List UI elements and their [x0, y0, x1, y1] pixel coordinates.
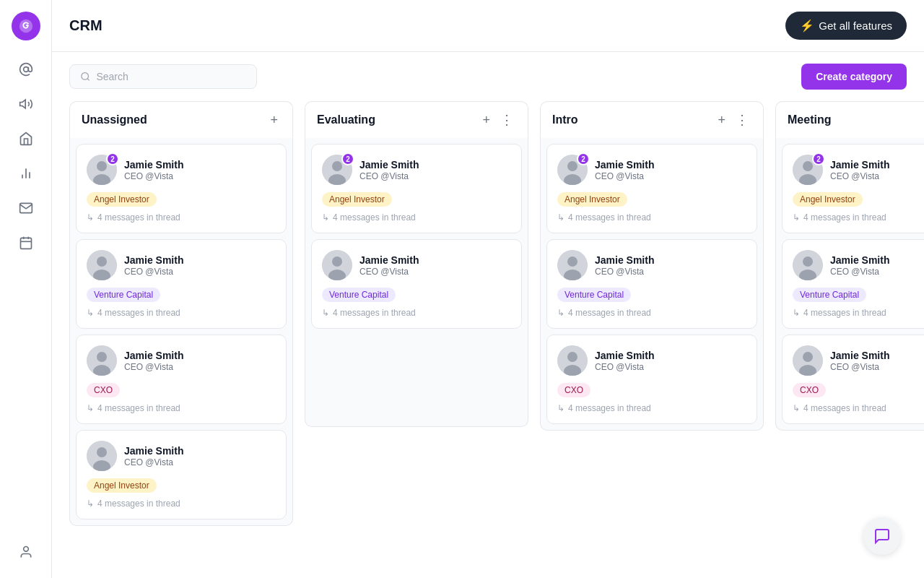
sidebar-item-user[interactable]	[12, 538, 40, 566]
table-row[interactable]: 2 Jamie Smith CEO @Vista Angel Investor …	[311, 144, 522, 233]
get-all-features-button[interactable]: ⚡ Get all features	[785, 12, 907, 40]
card-info: Jamie Smith CEO @Vista	[595, 350, 746, 372]
kanban-board: Unassigned + 2 Jamie Smith CEO @Vista An…	[52, 101, 924, 578]
badge: 2	[812, 152, 825, 165]
contact-name: Jamie Smith	[830, 350, 924, 361]
table-row[interactable]: 2 Jamie Smith CEO @Vista Angel Investor …	[546, 144, 757, 233]
svg-point-23	[97, 447, 107, 457]
table-row[interactable]: Jamie Smith CEO @Vista Venture Capital ↳…	[311, 239, 522, 329]
avatar-wrap	[557, 250, 588, 280]
contact-role: CEO @Vista	[124, 457, 276, 467]
tag-label: Venture Capital	[557, 288, 631, 302]
contact-name: Jamie Smith	[830, 159, 924, 171]
column-header: Unassigned +	[69, 101, 293, 138]
contact-role: CEO @Vista	[595, 267, 746, 277]
sidebar-item-building[interactable]	[12, 124, 40, 153]
contact-name: Jamie Smith	[124, 350, 276, 361]
contact-role: CEO @Vista	[830, 171, 924, 181]
avatar-wrap: 2	[557, 155, 588, 185]
card-info: Jamie Smith CEO @Vista	[124, 159, 276, 181]
contact-name: Jamie Smith	[359, 159, 511, 171]
contact-role: CEO @Vista	[830, 267, 924, 277]
more-options-button[interactable]: ⋮	[497, 112, 516, 128]
avatar-wrap	[87, 345, 117, 376]
search-box[interactable]	[69, 64, 257, 89]
thread-icon: ↳	[793, 212, 800, 223]
contact-role: CEO @Vista	[595, 171, 746, 181]
contact-name: Jamie Smith	[595, 350, 746, 361]
contact-name: Jamie Smith	[595, 254, 746, 266]
thread-count: 4 messages in thread	[568, 308, 651, 318]
table-row[interactable]: Jamie Smith CEO @Vista CXO ↳ 4 messages …	[546, 335, 757, 424]
table-row[interactable]: 2 Jamie Smith CEO @Vista Angel Investor …	[782, 144, 924, 233]
avatar-wrap	[87, 250, 117, 280]
tag-label: Venture Capital	[322, 288, 396, 302]
avatar-wrap	[557, 345, 588, 376]
column-title: Meeting	[788, 113, 831, 126]
column-header: Meeting —	[775, 101, 924, 138]
add-card-button[interactable]: +	[479, 112, 493, 128]
tag-label: Angel Investor	[793, 192, 863, 207]
contact-name: Jamie Smith	[830, 254, 924, 266]
tag-label: CXO	[557, 383, 590, 397]
thread-count: 4 messages in thread	[333, 212, 416, 223]
tag-label: Angel Investor	[87, 478, 157, 493]
kanban-column-meeting: Meeting — 2 Jamie Smith CEO @Vista Angel…	[775, 101, 924, 431]
card-info: Jamie Smith CEO @Vista	[595, 254, 746, 277]
card-info: Jamie Smith CEO @Vista	[830, 254, 924, 277]
sidebar-item-at[interactable]	[12, 55, 40, 84]
svg-point-29	[332, 256, 342, 267]
thread-info: ↳ 4 messages in thread	[793, 308, 924, 318]
sidebar-item-calendar[interactable]	[12, 228, 40, 257]
thread-info: ↳ 4 messages in thread	[87, 308, 276, 318]
thread-info: ↳ 4 messages in thread	[322, 212, 511, 223]
thread-count: 4 messages in thread	[97, 308, 180, 318]
thread-info: ↳ 4 messages in thread	[793, 403, 924, 413]
avatar	[87, 345, 117, 376]
add-card-button[interactable]: +	[715, 112, 728, 128]
sidebar-item-speaker[interactable]	[12, 90, 40, 118]
table-row[interactable]: Jamie Smith CEO @Vista Angel Investor ↳ …	[76, 430, 287, 519]
contact-role: CEO @Vista	[124, 362, 276, 372]
column-title: Unassigned	[82, 113, 147, 126]
table-row[interactable]: Jamie Smith CEO @Vista CXO ↳ 4 messages …	[782, 335, 924, 424]
svg-point-35	[567, 256, 578, 267]
sidebar-item-mail[interactable]	[12, 194, 40, 223]
table-row[interactable]: Jamie Smith CEO @Vista Venture Capital ↳…	[76, 239, 287, 329]
thread-info: ↳ 4 messages in thread	[322, 308, 511, 318]
thread-count: 4 messages in thread	[568, 403, 651, 413]
avatar-wrap	[322, 250, 352, 280]
app-logo[interactable]	[12, 12, 40, 40]
thread-icon: ↳	[793, 403, 800, 413]
table-row[interactable]: 2 Jamie Smith CEO @Vista Angel Investor …	[76, 144, 287, 233]
avatar	[322, 250, 352, 280]
contact-role: CEO @Vista	[124, 171, 276, 181]
column-body: 2 Jamie Smith CEO @Vista Angel Investor …	[540, 138, 764, 431]
kanban-column-evaluating: Evaluating +⋮ 2 Jamie Smith CEO @Vista A…	[305, 101, 528, 427]
thread-icon: ↳	[87, 499, 94, 509]
create-category-button[interactable]: Create category	[801, 64, 907, 90]
thread-icon: ↳	[793, 308, 800, 318]
thread-count: 4 messages in thread	[803, 308, 886, 318]
search-input[interactable]	[96, 71, 246, 82]
add-card-button[interactable]: +	[267, 112, 281, 128]
svg-point-44	[803, 256, 813, 267]
svg-point-14	[97, 161, 107, 171]
thread-icon: ↳	[557, 308, 565, 318]
table-row[interactable]: Jamie Smith CEO @Vista Venture Capital ↳…	[546, 239, 757, 329]
chat-fab-button[interactable]	[863, 517, 901, 555]
sidebar-item-signal[interactable]	[12, 159, 40, 188]
avatar	[793, 345, 823, 376]
contact-name: Jamie Smith	[124, 445, 276, 457]
more-options-button[interactable]: ⋮	[733, 112, 751, 128]
toolbar: Create category	[52, 52, 924, 101]
main-content: CRM ⚡ Get all features Create category U…	[52, 0, 924, 578]
svg-point-41	[803, 161, 813, 171]
contact-name: Jamie Smith	[595, 159, 746, 171]
tag-label: CXO	[87, 383, 120, 397]
table-row[interactable]: Jamie Smith CEO @Vista Venture Capital ↳…	[782, 239, 924, 329]
column-header: Intro +⋮	[540, 101, 764, 138]
svg-point-11	[82, 73, 89, 80]
table-row[interactable]: Jamie Smith CEO @Vista CXO ↳ 4 messages …	[76, 335, 287, 424]
thread-info: ↳ 4 messages in thread	[557, 212, 746, 223]
